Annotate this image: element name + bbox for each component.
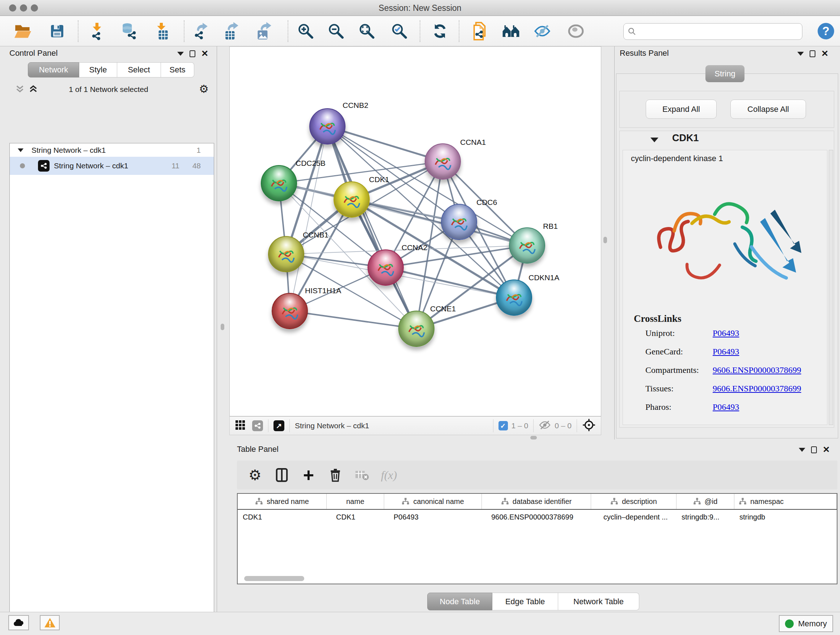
export-image-button[interactable] (254, 21, 274, 41)
gene-name: CDK1 (672, 133, 699, 144)
network-collection-row[interactable]: String Network – cdk1 1 (10, 143, 214, 157)
results-panel-close-icon[interactable]: ✕ (821, 50, 829, 57)
zoom-fit-button[interactable] (357, 21, 377, 41)
network-node-RB1[interactable] (509, 227, 545, 264)
move-crosshair-icon[interactable] (582, 418, 596, 433)
network-node-CCNB2[interactable] (309, 108, 346, 144)
network-node-CCNA2[interactable] (368, 249, 404, 286)
network-row-selected[interactable]: String Network – cdk1 11 48 (10, 157, 214, 175)
birds-eye-view-icon[interactable]: ↗ (273, 420, 284, 431)
cell-namespace[interactable]: stringdb (734, 510, 837, 524)
grid-view-icon[interactable] (235, 420, 246, 432)
export-table-button[interactable] (222, 21, 242, 41)
table-panel-menu-icon[interactable] (799, 448, 805, 452)
column-header[interactable]: namespac (734, 494, 837, 509)
protein-structure-image (645, 169, 807, 310)
section-collapse-icon[interactable] (651, 138, 658, 142)
search-input[interactable] (636, 27, 802, 36)
network-node-CCNB1[interactable] (268, 236, 304, 272)
import-network-button[interactable] (87, 21, 107, 41)
left-splitter-handle[interactable] (221, 324, 224, 330)
network-node-CDC6[interactable] (441, 204, 477, 240)
save-session-button[interactable] (47, 21, 67, 41)
collection-expand-icon[interactable] (18, 149, 24, 152)
hidden-count-icon[interactable] (538, 420, 551, 431)
zoom-selected-button[interactable] (389, 21, 409, 41)
network-canvas[interactable]: CCNB2CCNA1CDC25BCDK1CDC6RB1CCNB1CCNA2CDK… (229, 46, 601, 416)
refresh-button[interactable] (430, 21, 450, 41)
network-node-CDK1[interactable] (333, 181, 370, 218)
column-header[interactable]: name (327, 494, 384, 509)
show-all-icon[interactable] (566, 21, 586, 41)
column-header[interactable]: database identifier (482, 494, 591, 509)
table-panel-float-icon[interactable] (811, 447, 817, 453)
table-row[interactable]: CDK1 CDK1 P06493 9606.ENSP00000378699 cy… (238, 510, 837, 524)
expand-all-button[interactable]: Expand All (646, 100, 717, 119)
tab-string[interactable]: String (706, 65, 745, 82)
control-panel-float-icon[interactable] (189, 50, 195, 57)
column-header[interactable]: description (591, 494, 676, 509)
uniprot-link[interactable]: P06493 (713, 328, 739, 338)
control-panel-menu-icon[interactable] (177, 52, 184, 56)
cloud-button[interactable] (8, 615, 29, 630)
tab-style[interactable]: Style (79, 62, 117, 78)
title-bar: Session: New Session (0, 0, 840, 16)
memory-button[interactable]: Memory (779, 615, 833, 632)
table-horizontal-scrollbar[interactable] (241, 576, 836, 581)
network-edge-CCNE1-HIST1H1A[interactable] (290, 311, 416, 329)
results-panel-float-icon[interactable] (810, 50, 815, 57)
network-options-gear-icon[interactable]: ⚙ (199, 82, 209, 95)
string-import-button[interactable] (470, 21, 491, 41)
first-neighbors-icon[interactable] (501, 21, 521, 41)
column-header[interactable]: shared name (238, 494, 327, 509)
cell-id[interactable]: stringdb:9... (676, 510, 734, 524)
selected-count-checkbox[interactable]: ✓ (499, 421, 508, 431)
tissues-link[interactable]: 9606.ENSP00000378699 (713, 384, 801, 394)
compartments-link[interactable]: 9606.ENSP00000378699 (713, 365, 801, 375)
results-scrollbar[interactable] (829, 150, 833, 425)
right-splitter-handle[interactable] (603, 237, 607, 243)
control-panel-close-icon[interactable]: ✕ (201, 50, 208, 57)
network-edge-CCNB2-CCNE1[interactable] (327, 126, 416, 329)
zoom-out-button[interactable] (326, 21, 346, 41)
open-session-button[interactable] (13, 21, 33, 41)
network-node-HIST1H1A[interactable] (272, 293, 308, 329)
import-network-from-database-button[interactable] (119, 21, 140, 41)
pharos-link[interactable]: P06493 (713, 402, 739, 412)
delete-column-trash-icon[interactable] (327, 467, 343, 483)
tab-node-table[interactable]: Node Table (427, 593, 493, 610)
network-node-CDKN1A[interactable] (496, 279, 532, 316)
add-column-icon[interactable]: + (301, 467, 317, 483)
table-settings-gear-icon[interactable]: ⚙ (247, 467, 263, 483)
zoom-in-button[interactable] (295, 21, 316, 41)
collapse-all-button[interactable]: Collapse All (730, 100, 806, 119)
tab-select[interactable]: Select (117, 62, 161, 78)
show-columns-icon[interactable] (274, 467, 290, 483)
cell-shared-name[interactable]: CDK1 (238, 510, 327, 524)
tab-network[interactable]: Network (28, 62, 79, 78)
tab-sets[interactable]: Sets (161, 62, 194, 78)
column-header[interactable]: @id (676, 494, 734, 509)
bottom-splitter-handle[interactable] (531, 436, 537, 440)
import-table-button[interactable] (152, 21, 172, 41)
table-panel-close-icon[interactable]: ✕ (823, 446, 830, 453)
network-edge-CCNB2-HIST1H1A[interactable] (290, 126, 327, 311)
cell-description[interactable]: cyclin–dependent ... (591, 510, 676, 524)
tab-edge-table[interactable]: Edge Table (493, 593, 558, 610)
warnings-button[interactable] (40, 615, 60, 630)
cell-name[interactable]: CDK1 (327, 510, 384, 524)
network-node-CDC25B[interactable] (261, 165, 297, 201)
help-button[interactable]: ? (816, 21, 836, 41)
export-network-button[interactable] (191, 21, 211, 41)
cell-database-identifier[interactable]: 9606.ENSP00000378699 (482, 510, 591, 524)
hide-selected-icon[interactable] (532, 21, 553, 41)
results-panel-menu-icon[interactable] (797, 52, 804, 56)
genecard-link[interactable]: P06493 (713, 347, 739, 356)
search-field[interactable] (623, 23, 802, 40)
tab-network-table[interactable]: Network Table (558, 593, 639, 610)
cell-canonical-name[interactable]: P06493 (384, 510, 482, 524)
column-header[interactable]: canonical name (384, 494, 482, 509)
network-node-CCNA1[interactable] (425, 143, 461, 180)
network-node-CCNE1[interactable] (398, 310, 434, 347)
network-view-icon[interactable] (252, 420, 263, 431)
